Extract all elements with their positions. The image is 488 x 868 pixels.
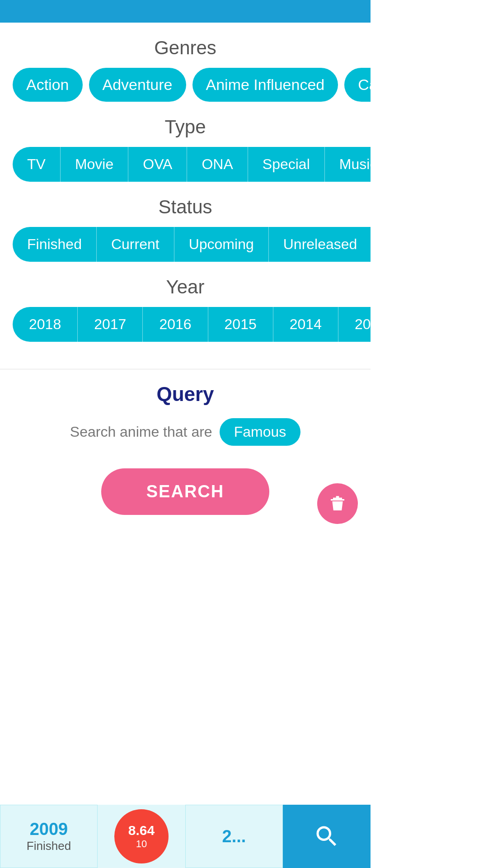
query-search-text: Search anime that are (70, 424, 212, 440)
delete-button[interactable] (317, 483, 358, 524)
year-pills-group: 2018 2017 2016 2015 2014 2013 2012 ... (13, 307, 371, 342)
section-divider (0, 369, 371, 369)
bottom-card-extra[interactable]: 2... (185, 805, 283, 868)
type-special[interactable]: Special (248, 147, 325, 182)
query-section: Query Search anime that are Famous SEARC… (0, 383, 371, 542)
bottom-card-score[interactable]: 8.64 10 (98, 805, 185, 868)
genre-cars[interactable]: Cars (344, 68, 371, 102)
status-current[interactable]: Current (97, 227, 174, 262)
type-pills-group: TV Movie OVA ONA Special Music (13, 147, 371, 182)
type-tv[interactable]: TV (13, 147, 61, 182)
bottom-card-year[interactable]: 2009 Finished (0, 805, 98, 868)
year-2018[interactable]: 2018 (13, 307, 78, 342)
type-movie[interactable]: Movie (61, 147, 128, 182)
type-ova[interactable]: OVA (128, 147, 187, 182)
genre-anime-influenced[interactable]: Anime Influenced (192, 68, 338, 102)
genre-adventure[interactable]: Adventure (89, 68, 186, 102)
status-unreleased[interactable]: Unreleased (269, 227, 371, 262)
bottom-year-value: 2009 (30, 820, 68, 839)
genre-action[interactable]: Action (13, 68, 83, 102)
year-2017[interactable]: 2017 (78, 307, 143, 342)
status-pills-wrap: Finished Current Upcoming Unreleased TBA (0, 227, 371, 262)
query-line: Search anime that are Famous (13, 418, 358, 446)
genres-title: Genres (0, 37, 371, 59)
year-2016[interactable]: 2016 (143, 307, 208, 342)
query-title: Query (13, 383, 358, 406)
score-circle: 8.64 10 (114, 809, 169, 863)
year-2015[interactable]: 2015 (208, 307, 273, 342)
year-pills-wrap: 2018 2017 2016 2015 2014 2013 2012 ... (0, 307, 371, 342)
bottom-extra-value: 2... (222, 827, 246, 846)
score-value: 8.64 (128, 823, 155, 838)
bottom-strip: 2009 Finished 8.64 10 2... (0, 805, 371, 868)
status-upcoming[interactable]: Upcoming (174, 227, 269, 262)
type-title: Type (0, 116, 371, 138)
year-title: Year (0, 276, 371, 298)
search-button[interactable]: SEARCH (101, 468, 269, 515)
year-2014[interactable]: 2014 (273, 307, 338, 342)
status-finished[interactable]: Finished (13, 227, 97, 262)
bottom-status-value: Finished (27, 839, 71, 853)
search-button-wrap: SEARCH (13, 468, 358, 515)
bottom-search-button[interactable] (283, 805, 371, 868)
top-status-bar (0, 0, 371, 23)
score-count: 10 (136, 838, 147, 850)
genre-pills-row: Action Adventure Anime Influenced Cars C… (0, 68, 371, 102)
search-icon (313, 823, 340, 850)
status-pills-group: Finished Current Upcoming Unreleased TBA (13, 227, 371, 262)
trash-icon (328, 495, 347, 513)
query-famous-tag[interactable]: Famous (220, 418, 301, 446)
status-title: Status (0, 196, 371, 218)
type-music[interactable]: Music (325, 147, 371, 182)
year-2013[interactable]: 2013 (338, 307, 371, 342)
type-pills-wrap: TV Movie OVA ONA Special Music (0, 147, 371, 182)
type-ona[interactable]: ONA (187, 147, 248, 182)
